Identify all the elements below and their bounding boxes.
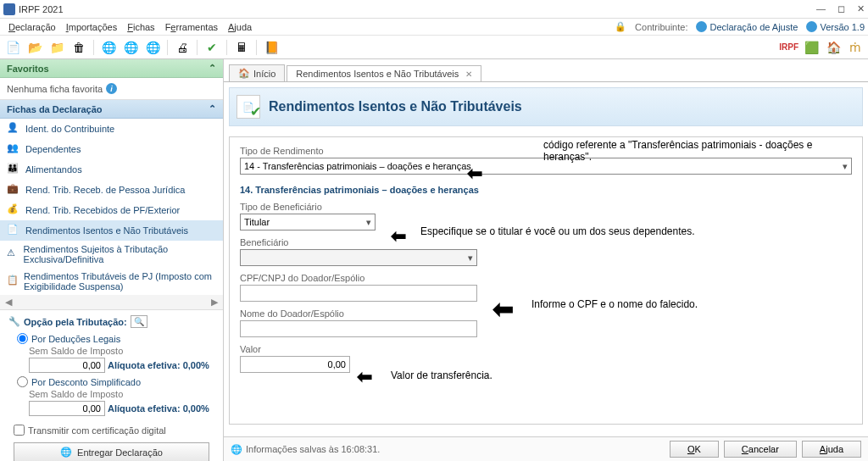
valor-input[interactable]	[240, 356, 350, 373]
aliquota-2: Alíquota efetiva: 0,00%	[108, 403, 209, 414]
info-icon[interactable]: i	[106, 83, 117, 94]
favoritos-header[interactable]: Favoritos ⌃	[0, 59, 223, 78]
favoritos-label: Favoritos	[7, 64, 49, 74]
print-icon[interactable]: 🖨	[173, 38, 192, 57]
tab-close-icon[interactable]: ✕	[465, 69, 472, 79]
irpf-logo: IRPF	[779, 42, 798, 52]
menu-ferramentas[interactable]: Ferramentas	[160, 20, 223, 34]
decl-ajuste-label: Declaração de Ajuste	[709, 22, 798, 32]
new-doc-icon[interactable]: 📄	[3, 38, 22, 57]
title-bar: IRPF 2021 — ◻ ✕	[0, 0, 868, 19]
maximize-icon[interactable]: ◻	[837, 3, 845, 14]
minimize-icon[interactable]: —	[816, 3, 826, 14]
ok-button[interactable]: OK	[670, 441, 719, 458]
sem-saldo-1: Sem Saldo de Imposto	[8, 346, 214, 356]
scroll-hint[interactable]: ◀▶	[0, 295, 223, 310]
adjust-icon	[696, 21, 707, 32]
sidebar-item-ident[interactable]: 👤Ident. do Contribuinte	[0, 119, 223, 139]
menu-bar: Declaração Importações Fichas Ferramenta…	[0, 19, 868, 36]
help-button[interactable]: Ajuda	[802, 441, 861, 458]
radio-deducoes[interactable]: Por Deduções Legais	[8, 331, 214, 346]
arrow-left-icon: ⬅	[357, 366, 372, 388]
checkbox-certificacao[interactable]: Transmitir com certificação digital	[8, 418, 214, 439]
saved-info: Informações salvas às 16:08:31.	[246, 444, 380, 454]
sidebar-item-dependentes[interactable]: 👥Dependentes	[0, 139, 223, 159]
book-icon[interactable]: 📙	[262, 38, 281, 57]
toolbar: 📄 📂 📁 🗑 🌐 🌐 🌐 🖨 ✔ 🖩 📙 IRPF 🟩 🏠 ṁ	[0, 36, 868, 59]
sidebar-item-rend-pf[interactable]: 💰Rend. Trib. Recebidos de PF/Exterior	[0, 200, 223, 220]
menu-ajuda[interactable]: Ajuda	[223, 20, 257, 34]
fichas-header[interactable]: Fichas da Declaração ⌃	[0, 100, 223, 119]
aliquota-1: Alíquota efetiva: 0,00%	[108, 360, 209, 370]
page-title-bar: 📄 Rendimentos Isentos e Não Tributáveis	[229, 87, 863, 126]
cpf-input[interactable]	[240, 285, 477, 302]
page-icon: 📄	[236, 95, 260, 119]
entregar-button[interactable]: 🌐Entregar Declaração	[14, 442, 209, 461]
annotation-valor: Valor de transferência.	[391, 369, 492, 381]
tipo-beneficiario-select[interactable]: Titular	[240, 214, 376, 230]
globe3-icon[interactable]: 🌐	[143, 38, 162, 57]
lock-icon: 🔒	[615, 21, 626, 32]
nome-input[interactable]	[240, 320, 477, 337]
sidebar-item-rend-exclusiva[interactable]: ⚠Rendimentos Sujeitos à Tributação Exclu…	[0, 241, 223, 268]
sidebar: Favoritos ⌃ Nenhuma ficha favorita i Fic…	[0, 59, 224, 461]
annotation-cpf-nome: Informe o CPF e o nome do falecido.	[531, 298, 698, 310]
arrow-left-icon: ⬅	[467, 163, 482, 185]
home-icon[interactable]: 🏠	[824, 38, 843, 57]
form-card: Tipo de Rendimento 14 - Transferências p…	[229, 136, 863, 425]
content-area: 🏠Início Rendimentos Isentos e Não Tribut…	[224, 59, 868, 461]
trash-icon[interactable]: 🗑	[70, 38, 88, 57]
ficha-list: 👤Ident. do Contribuinte 👥Dependentes 👪Al…	[0, 119, 223, 295]
section-title: 14. Transferências patrimoniais – doaçõe…	[240, 185, 852, 195]
beneficiario-select	[240, 249, 477, 266]
tipo-beneficiario-label: Tipo de Beneficiário	[240, 202, 852, 212]
valor-deducoes: 0,00	[29, 358, 105, 373]
tabs-bar: 🏠Início Rendimentos Isentos e Não Tribut…	[224, 59, 868, 82]
arrow-left-icon: ⬅	[391, 225, 406, 247]
sidebar-item-alimentandos[interactable]: 👪Alimentandos	[0, 159, 223, 180]
check-icon[interactable]: ✔	[203, 38, 221, 57]
fichas-header-label: Fichas da Declaração	[7, 104, 103, 114]
beneficiario-label: Beneficiário	[240, 237, 852, 247]
sem-saldo-2: Sem Saldo de Imposto	[8, 389, 214, 399]
annotation-codigo: código referente a "Transferências patri…	[543, 139, 862, 163]
collapse-icon[interactable]: ⌃	[209, 103, 216, 114]
menu-declaracao[interactable]: Declaração	[3, 20, 61, 34]
brasil-icon[interactable]: 🟩	[802, 38, 821, 57]
tab-rendimentos[interactable]: Rendimentos Isentos e Não Tributáveis✕	[287, 65, 481, 81]
sidebar-item-rend-isentos[interactable]: 📄Rendimentos Isentos e Não Tributáveis	[0, 220, 223, 241]
app-icon	[3, 3, 15, 15]
cpf-label: CPF/CNPJ do Doador/Espólio	[240, 273, 852, 283]
open-folder-icon[interactable]: 📂	[25, 38, 44, 57]
menu-fichas[interactable]: Fichas	[122, 20, 159, 34]
globe1-icon[interactable]: 🌐	[99, 38, 118, 57]
window-title: IRPF 2021	[19, 4, 64, 14]
opcao-tributacao-header: 🔧Opção pela Tributação: 🔍	[8, 315, 214, 331]
version-label: Versão 1.9	[820, 22, 865, 32]
contribuinte-label: Contribuinte:	[635, 22, 687, 32]
tab-inicio[interactable]: 🏠Início	[229, 64, 285, 81]
arrow-left-icon: ⬅	[492, 294, 514, 324]
sidebar-item-rend-pj[interactable]: 💼Rend. Trib. Receb. de Pessoa Jurídica	[0, 180, 223, 200]
person-icon[interactable]: ṁ	[846, 38, 865, 57]
valor-simplificado: 0,00	[29, 401, 105, 416]
radio-simplificado[interactable]: Por Desconto Simplificado	[8, 375, 214, 389]
page-title: Rendimentos Isentos e Não Tributáveis	[269, 99, 522, 114]
calculator-icon[interactable]: 🖩	[232, 38, 251, 57]
valor-label: Valor	[240, 344, 852, 354]
collapse-icon[interactable]: ⌃	[209, 63, 216, 74]
close-icon[interactable]: ✕	[857, 3, 865, 14]
search-icon[interactable]: 🔍	[131, 315, 147, 328]
menu-importacoes[interactable]: Importações	[61, 20, 123, 34]
sidebar-item-rend-suspensa[interactable]: 📋Rendimentos Tributáveis de PJ (Imposto …	[0, 268, 223, 295]
footer-bar: 🌐Informações salvas às 16:08:31. OK Canc…	[224, 436, 868, 461]
globe2-icon[interactable]: 🌐	[121, 38, 140, 57]
cancel-button[interactable]: Cancelar	[724, 441, 797, 458]
close-doc-icon[interactable]: 📁	[47, 38, 66, 57]
fav-empty-text: Nenhuma ficha favorita i	[7, 83, 216, 94]
annotation-beneficiario: Especifique se o titular é você ou um do…	[420, 225, 695, 237]
version-icon	[806, 21, 817, 32]
